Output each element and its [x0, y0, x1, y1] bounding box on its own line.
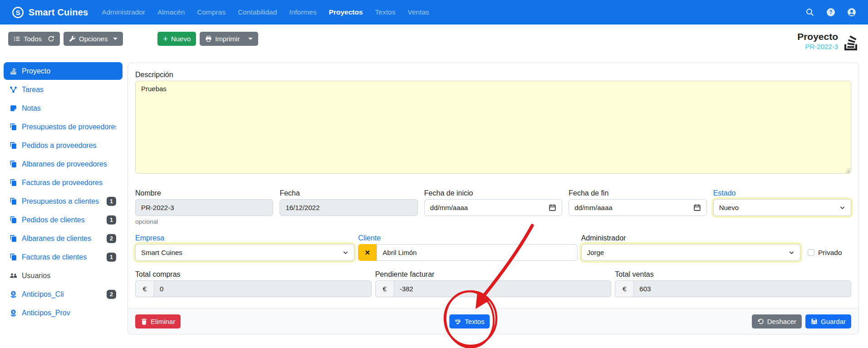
count-badge: 2	[107, 289, 116, 299]
sidebar-item-label: Usuarios	[22, 272, 50, 280]
fecha-inicio-label: Fecha de inicio	[424, 189, 562, 197]
guardar-button[interactable]: Guardar	[805, 314, 851, 328]
sidebar-item-notas[interactable]: Notas	[4, 99, 123, 117]
nav-item-contabilidad[interactable]: Contabilidad	[238, 8, 277, 16]
nav-item-administrador[interactable]: Administrador	[102, 8, 145, 16]
user-icon[interactable]	[847, 8, 856, 17]
sidebar-item-label: Notas	[22, 104, 41, 113]
sidebar-item-presupuestos-de-proveedores[interactable]: Presupuestos de proveedores	[4, 118, 123, 136]
chevron-down-icon	[343, 250, 348, 255]
sitemap-icon	[10, 86, 17, 93]
nav-item-almac-n[interactable]: Almacén	[157, 8, 185, 16]
fecha-fin-field: Fecha de fin dd/mm/aaaa	[569, 189, 706, 225]
empresa-label: Empresa	[135, 234, 354, 242]
help-icon[interactable]: ?	[826, 8, 835, 17]
navbar: S Smart Cuines AdministradorAlmacénCompr…	[0, 0, 868, 25]
fecha-field: Fecha 16/12/2022	[280, 189, 417, 225]
nombre-field: Nombre PR-2022-3 opcional	[135, 189, 273, 225]
nav-item-textos[interactable]: Textos	[375, 8, 396, 16]
caret-down-icon	[113, 38, 118, 40]
eliminar-button[interactable]: Eliminar	[135, 314, 181, 328]
spellcheck-icon: AB	[455, 318, 461, 325]
search-icon[interactable]	[805, 8, 814, 17]
refresh-icon[interactable]	[48, 35, 54, 42]
fecha-inicio-field: Fecha de inicio dd/mm/aaaa	[424, 189, 562, 225]
sidebar-item-label: Facturas de clientes	[22, 253, 87, 261]
total-ventas-field: Total ventas € 603	[615, 270, 851, 297]
estado-field: Estado Nuevo	[713, 189, 851, 225]
sidebar-item-anticipos-cli[interactable]: $Anticipos_Cli2	[4, 285, 123, 303]
navbar-menu: AdministradorAlmacénComprasContabilidadI…	[102, 8, 429, 16]
wrench-icon	[69, 35, 76, 42]
page-title: Proyecto	[797, 31, 838, 42]
calendar-icon[interactable]	[693, 204, 701, 211]
estado-select[interactable]: Nuevo	[713, 199, 851, 216]
coin-icon: $	[10, 309, 17, 317]
textos-button[interactable]: AB Textos	[449, 314, 490, 328]
sidebar-item-pedidos-a-proveedores[interactable]: Pedidos a proveedores	[4, 137, 123, 154]
eliminar-label: Eliminar	[151, 318, 175, 325]
todos-button[interactable]: Todos	[8, 32, 60, 46]
save-icon	[811, 318, 818, 325]
sidebar-item-albaranes-de-clientes[interactable]: Albaranes de clientes2	[4, 230, 123, 247]
sidebar-item-label: Presupuestos a clientes	[22, 197, 99, 206]
note-icon	[10, 104, 17, 112]
deshacer-button[interactable]: Deshacer	[752, 314, 802, 328]
administrador-label: Administrador	[581, 234, 800, 242]
imprimir-button[interactable]: Imprimir	[200, 32, 258, 46]
fecha-label: Fecha	[280, 189, 417, 197]
nav-item-informes[interactable]: Informes	[289, 8, 316, 16]
project-form-card: Descripción Pruebas Nombre PR-2022-3 opc…	[128, 63, 859, 334]
privado-label: Privado	[818, 249, 842, 257]
cliente-field: Cliente ✕ Abril Limón	[358, 234, 577, 261]
copy-icon	[10, 216, 17, 224]
sidebar-item-facturas-de-clientes[interactable]: Facturas de clientes1	[4, 248, 123, 266]
sidebar-item-usuarios[interactable]: Usuarios	[4, 267, 123, 284]
brand[interactable]: S Smart Cuines	[12, 6, 88, 19]
total-ventas-label: Total ventas	[615, 270, 851, 279]
cliente-clear-button[interactable]: ✕	[358, 244, 377, 261]
privado-checkbox[interactable]	[808, 249, 814, 256]
total-compras-field: Total compras € 0	[135, 270, 372, 297]
page-subtitle: PR-2022-3	[797, 43, 838, 50]
guardar-label: Guardar	[821, 318, 846, 325]
svg-text:?: ?	[829, 9, 832, 15]
caret-down-icon[interactable]	[248, 38, 253, 40]
nav-item-compras[interactable]: Compras	[197, 8, 226, 16]
sidebar-item-label: Presupuestos de proveedores	[22, 123, 116, 131]
fecha-inicio-input[interactable]: dd/mm/aaaa	[424, 199, 562, 216]
nuevo-button[interactable]: + Nuevo	[157, 32, 196, 46]
toolbar: Todos Opciones + Nuevo Imprimir Proyecto…	[0, 25, 868, 46]
sidebar-item-label: Anticipos_Cli	[22, 290, 64, 299]
brand-logo-icon: S	[12, 6, 24, 19]
cliente-input[interactable]: Abril Limón	[377, 244, 577, 261]
copy-icon	[10, 179, 17, 186]
administrador-select[interactable]: Jorge	[581, 244, 800, 261]
sidebar-item-facturas-de-proveedores[interactable]: Facturas de proveedores	[4, 174, 123, 191]
nav-item-proyectos[interactable]: Proyectos	[329, 8, 363, 16]
nav-item-ventas[interactable]: Ventas	[407, 8, 429, 16]
count-badge: 1	[107, 215, 116, 225]
total-compras-label: Total compras	[135, 270, 372, 279]
calendar-icon[interactable]	[549, 204, 556, 211]
footer-right-actions: Deshacer Guardar	[752, 314, 851, 328]
sidebar-item-label: Pedidos a proveedores	[22, 142, 97, 150]
empresa-select[interactable]: Smart Cuines	[135, 244, 354, 261]
sidebar-item-presupuestos-a-clientes[interactable]: Presupuestos a clientes1	[4, 192, 123, 210]
sidebar-item-albaranes-de-proveedores[interactable]: Albaranes de proveedores	[4, 155, 123, 173]
plus-icon: +	[163, 35, 168, 43]
descripcion-textarea[interactable]: Pruebas	[135, 81, 851, 174]
cliente-label: Cliente	[358, 234, 577, 242]
sidebar-item-pedidos-de-clientes[interactable]: Pedidos de clientes1	[4, 211, 123, 229]
todos-label: Todos	[24, 35, 42, 43]
chevron-down-icon	[839, 205, 845, 211]
opciones-button[interactable]: Opciones	[64, 32, 123, 46]
users-icon	[10, 272, 17, 279]
sidebar-item-tareas[interactable]: Tareas	[4, 81, 123, 98]
chevron-down-icon	[789, 250, 794, 255]
sidebar-item-anticipos-prov[interactable]: $Anticipos_Prov	[4, 304, 123, 322]
sidebar-item-proyecto[interactable]: Proyecto	[4, 62, 123, 80]
fecha-fin-input[interactable]: dd/mm/aaaa	[569, 199, 706, 216]
sidebar-item-label: Albaranes de proveedores	[22, 160, 107, 168]
resize-grip[interactable]	[845, 168, 850, 173]
